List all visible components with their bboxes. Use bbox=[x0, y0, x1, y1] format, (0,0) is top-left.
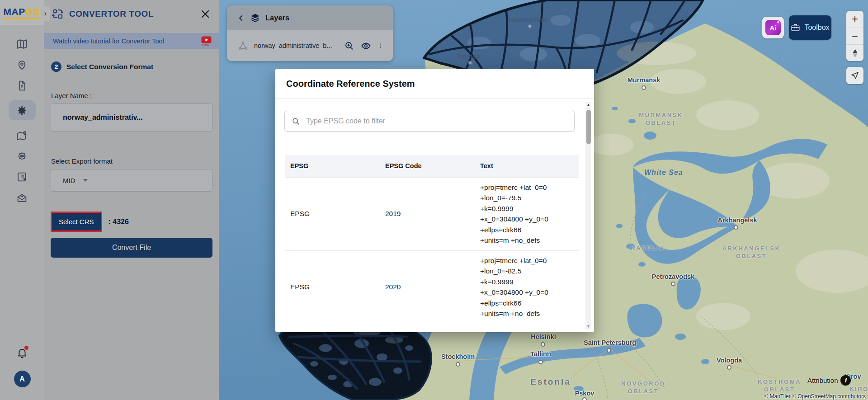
panel-collapse-tab[interactable]: › bbox=[40, 6, 50, 21]
sidebar-item-convertor[interactable] bbox=[9, 100, 36, 120]
layers-panel: Layers norway_administrative_b... bbox=[227, 5, 393, 61]
app-logo[interactable]: MAPOG bbox=[0, 0, 44, 25]
layer-name-label: Layer Name : bbox=[51, 92, 212, 99]
logo-text-og: OG bbox=[25, 6, 41, 17]
zoom-in-button[interactable]: + bbox=[846, 11, 863, 28]
modal-title: Coordinate Reference System bbox=[286, 79, 415, 89]
sidebar-item-process[interactable] bbox=[9, 150, 35, 162]
video-tutorial-label: Watch video tutorial for Convertor Tool bbox=[53, 38, 201, 45]
video-tutorial-banner[interactable]: Watch video tutorial for Convertor Tool bbox=[44, 33, 219, 49]
notification-dot bbox=[24, 346, 28, 350]
crs-column-header: Text bbox=[475, 155, 579, 177]
file-upload-icon bbox=[16, 80, 28, 91]
scrollbar-thumb[interactable] bbox=[586, 110, 591, 144]
export-format-label: Select Export format bbox=[51, 157, 212, 165]
export-format-value: MID bbox=[63, 177, 75, 184]
crs-column-header: EPSG bbox=[285, 155, 380, 177]
crs-cell-proj: +proj=tmerc +lat_0=0 +lon_0=-82.5 +k=0.9… bbox=[475, 250, 579, 324]
ai-icon: Ai✦ bbox=[765, 20, 781, 35]
back-chevron-icon[interactable] bbox=[237, 14, 245, 22]
modal-scrollbar[interactable]: ▲ ▼ bbox=[585, 102, 591, 329]
layer-name-field[interactable]: norway_administrativ... bbox=[51, 104, 212, 132]
report-list-icon bbox=[16, 171, 28, 183]
scrollbar-down-arrow[interactable]: ▼ bbox=[585, 324, 591, 329]
info-icon[interactable]: i bbox=[840, 375, 851, 386]
crs-cell-code: 2020 bbox=[380, 250, 475, 324]
zoom-out-button[interactable]: − bbox=[846, 28, 863, 44]
scrollbar-up-arrow[interactable]: ▲ bbox=[585, 103, 591, 107]
left-icon-rail: MAPOG bbox=[0, 0, 44, 400]
close-icon[interactable] bbox=[200, 9, 211, 19]
toolbox-icon bbox=[791, 23, 800, 33]
layers-panel-title: Layers bbox=[265, 14, 289, 22]
converter-gear-icon bbox=[16, 105, 28, 116]
crs-row[interactable]: EPSG2020+proj=tmerc +lat_0=0 +lon_0=-82.… bbox=[285, 250, 579, 324]
crs-cell-proj: +proj=tmerc +lat_0=0 +lon_0=-79.5 +k=0.9… bbox=[475, 177, 579, 250]
layer-row[interactable]: norway_administrative_b... bbox=[227, 30, 393, 61]
sidebar-item-upload[interactable] bbox=[9, 80, 35, 91]
convert-file-button[interactable]: Convert File bbox=[51, 238, 212, 258]
kebab-menu-icon[interactable] bbox=[377, 41, 384, 51]
step-title: Select Conversion Format bbox=[66, 63, 153, 71]
chevron-down-icon bbox=[83, 179, 88, 182]
sidebar-item-location[interactable] bbox=[9, 59, 35, 71]
location-pin-icon bbox=[16, 59, 28, 71]
convertor-tool-icon bbox=[52, 8, 64, 20]
crs-table-header-row: EPSGEPSG CodeText bbox=[285, 155, 579, 177]
search-icon bbox=[292, 117, 300, 126]
crs-column-header: EPSG Code bbox=[380, 155, 475, 177]
select-crs-button[interactable]: Select CRS bbox=[51, 212, 102, 232]
app-screen: HammerfestTromsøMurmanskArkhangelskPetro… bbox=[0, 0, 868, 400]
logo-text-map: MAP bbox=[4, 6, 25, 17]
youtube-icon bbox=[201, 36, 212, 46]
crs-modal: Coordinate Reference System EPSGEPSG Cod… bbox=[275, 69, 594, 332]
attribution-label: Attribution bbox=[807, 376, 838, 384]
sidebar-item-map-analysis[interactable] bbox=[9, 129, 35, 141]
layer-name-text: norway_administrative_b... bbox=[254, 42, 332, 49]
map-pin-icon bbox=[16, 130, 28, 141]
compass-needle-icon bbox=[851, 48, 859, 58]
gear-eye-icon bbox=[16, 151, 28, 162]
export-format-select[interactable]: MID bbox=[51, 169, 212, 192]
epsg-search-box bbox=[284, 111, 575, 132]
locate-me-button[interactable] bbox=[846, 67, 863, 84]
notifications-bell[interactable] bbox=[16, 347, 28, 359]
crs-row[interactable]: EPSG2019+proj=tmerc +lat_0=0 +lon_0=-79.… bbox=[285, 177, 579, 250]
sidebar-item-report[interactable] bbox=[9, 171, 35, 183]
user-avatar[interactable]: A bbox=[14, 371, 31, 387]
navigation-arrow-icon bbox=[850, 71, 859, 80]
step-badge: 2 bbox=[51, 61, 61, 72]
sidebar-item-share[interactable] bbox=[9, 192, 35, 203]
crs-table: EPSGEPSG CodeText EPSG2019+proj=tmerc +l… bbox=[285, 155, 579, 324]
map-zoom-control: + − bbox=[846, 11, 863, 61]
layers-icon bbox=[250, 13, 260, 23]
zoom-to-layer-icon[interactable] bbox=[344, 41, 354, 51]
mail-pin-icon bbox=[16, 192, 28, 203]
map-icon bbox=[16, 38, 28, 50]
vector-polygon-icon bbox=[238, 41, 248, 51]
toolbox-button[interactable]: Toolbox bbox=[789, 15, 831, 40]
crs-table-body: EPSG2019+proj=tmerc +lat_0=0 +lon_0=-79.… bbox=[285, 177, 579, 324]
convertor-tool-panel: › CONVERTOR TOOL Watch video tutorial fo… bbox=[44, 0, 219, 400]
crs-cell-code: 2019 bbox=[380, 177, 475, 250]
sidebar-item-basemap[interactable] bbox=[9, 38, 35, 50]
eye-icon[interactable] bbox=[361, 41, 371, 51]
crs-value: : 4326 bbox=[108, 218, 129, 226]
map-copyright: © MapTiler © OpenStreetMap contributors bbox=[764, 393, 866, 400]
ai-tools-button[interactable]: Ai✦ bbox=[762, 17, 784, 38]
panel-title: CONVERTOR TOOL bbox=[69, 9, 200, 19]
sparkle-icon: ✦ bbox=[776, 20, 780, 24]
crs-cell-epsg: EPSG bbox=[285, 177, 380, 250]
compass-button[interactable] bbox=[846, 44, 863, 61]
epsg-search-input[interactable] bbox=[306, 117, 574, 125]
toolbox-label: Toolbox bbox=[804, 24, 829, 32]
crs-cell-epsg: EPSG bbox=[285, 250, 380, 324]
attribution-control: Attribution i bbox=[807, 375, 851, 386]
